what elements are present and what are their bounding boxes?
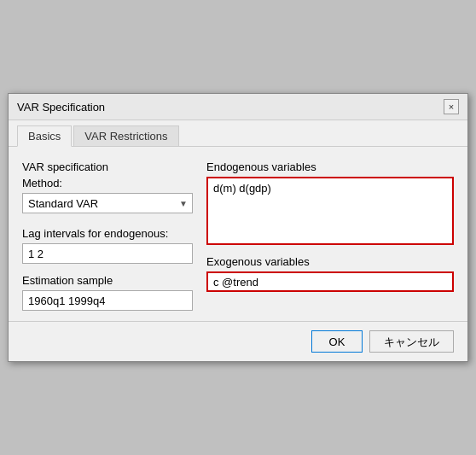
- tab-bar: Basics VAR Restrictions: [9, 120, 467, 147]
- endogenous-section: Endogenous variables d(m) d(gdp): [206, 160, 454, 245]
- estimation-input[interactable]: [22, 290, 193, 311]
- lag-section: Lag intervals for endogenous:: [22, 227, 193, 264]
- exogenous-section: Exogenous variables: [206, 255, 454, 292]
- lag-input[interactable]: [22, 243, 193, 264]
- close-button[interactable]: ×: [444, 99, 459, 114]
- tab-var-restrictions[interactable]: VAR Restrictions: [73, 125, 178, 146]
- exogenous-input[interactable]: [206, 271, 454, 292]
- right-column: Endogenous variables d(m) d(gdp) Exogeno…: [206, 160, 454, 292]
- method-select-wrapper: Standard VAR ▼: [22, 193, 193, 213]
- var-specification-window: VAR Specification × Basics VAR Restricti…: [8, 93, 468, 362]
- footer: OK キャンセル: [9, 321, 467, 361]
- title-bar: VAR Specification ×: [9, 94, 467, 120]
- estimation-section: Estimation sample: [22, 274, 193, 311]
- endogenous-label: Endogenous variables: [206, 160, 454, 173]
- lag-label: Lag intervals for endogenous:: [22, 227, 193, 240]
- var-specification-section: VAR specification Method: Standard VAR ▼: [22, 160, 193, 213]
- var-specification-label: VAR specification: [22, 160, 193, 173]
- window-title: VAR Specification: [17, 101, 105, 114]
- ok-button[interactable]: OK: [311, 330, 363, 353]
- endogenous-textarea[interactable]: d(m) d(gdp): [206, 177, 454, 245]
- content-area: VAR specification Method: Standard VAR ▼…: [9, 147, 467, 321]
- cancel-button[interactable]: キャンセル: [369, 330, 454, 353]
- tab-basics[interactable]: Basics: [17, 125, 72, 147]
- method-select[interactable]: Standard VAR: [22, 193, 193, 213]
- exogenous-label: Exogenous variables: [206, 255, 454, 268]
- estimation-label: Estimation sample: [22, 274, 193, 287]
- left-column: VAR specification Method: Standard VAR ▼…: [22, 160, 193, 311]
- method-label: Method:: [22, 177, 193, 190]
